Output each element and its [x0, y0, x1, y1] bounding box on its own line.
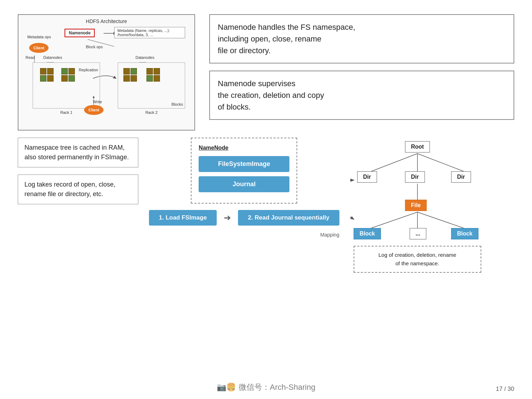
- namespace-cache-annotation: Namespace tree is cached in RAM,also sto…: [18, 138, 138, 167]
- metadata-ops-label: Metadata ops: [27, 35, 51, 39]
- block-cell: [131, 75, 137, 82]
- namenode-fs-text: Namenode handles the FS namespace,includ…: [209, 14, 514, 63]
- dots-node: ...: [410, 228, 426, 239]
- svg-line-13: [417, 212, 464, 228]
- journal-box: Journal: [199, 176, 289, 192]
- file-node: File: [405, 200, 427, 211]
- watermark-text: 微信号：Arch-Sharing: [239, 382, 315, 393]
- svg-line-7: [371, 154, 417, 171]
- block-cell: [47, 75, 54, 82]
- metadata-path: /home/foo/data, 3, ...: [117, 33, 153, 37]
- dn-label-left: Datanodes: [43, 55, 62, 60]
- namenode-fs-text-content: Namenode handles the FS namespace,includ…: [218, 23, 355, 55]
- namespace-cache-text: Namespace tree is cached in RAM,also sto…: [24, 144, 129, 161]
- namenode-supervises-text: Namenode supervisesthe creation, deletio…: [209, 71, 514, 120]
- block-cell: [146, 68, 153, 74]
- metadata-label: Metadata (Name, replicas, ...):: [117, 28, 170, 33]
- block-cell: [68, 75, 75, 82]
- block-group-3: [123, 68, 137, 82]
- block1-node: Block: [354, 228, 381, 239]
- blocks-label: Blocks: [172, 102, 183, 106]
- replication-label: Replication: [79, 68, 98, 72]
- block-group-1: [40, 68, 54, 82]
- middle-section: Namespace tree is cached in RAM,also sto…: [0, 138, 532, 272]
- block-cell: [47, 68, 54, 74]
- root-node: Root: [405, 141, 430, 153]
- read-label: Read: [26, 55, 35, 60]
- client-oval-bottom: Client: [84, 105, 104, 115]
- svg-line-9: [417, 154, 464, 171]
- log-box-text: Log of creation, deletion, renameof the …: [378, 252, 456, 266]
- namenode-area: NameNode FileSystemImage Journal 1. Load…: [149, 138, 339, 272]
- log-record-text: Log takes record of open, close,rename f…: [24, 181, 115, 198]
- mapping-label: Mapping: [320, 232, 339, 238]
- block-cell: [131, 68, 137, 74]
- metadata-box: Metadata (Name, replicas, ...): /home/fo…: [114, 27, 185, 38]
- block-cell: [68, 68, 75, 74]
- dir1-node: Dir: [357, 171, 377, 183]
- bottom-buttons: 1. Load FSImage ➔ 2. Read Journal sequen…: [149, 210, 339, 226]
- rack1-label: Rack 1: [60, 110, 72, 115]
- client-oval-top: Client: [29, 43, 49, 53]
- hdfs-title: HDFS Architecture: [22, 18, 191, 24]
- log-box: Log of creation, deletion, renameof the …: [354, 246, 481, 273]
- read-journal-button[interactable]: 2. Read Journal sequentially: [238, 210, 339, 226]
- svg-line-11: [371, 212, 417, 228]
- block-ops-label: Block ops: [86, 45, 103, 49]
- block-cell: [61, 68, 68, 74]
- block-cell: [154, 75, 160, 82]
- svg-line-15: [350, 203, 354, 219]
- block-cell: [154, 68, 160, 74]
- block-cell: [146, 75, 153, 82]
- block-cell: [123, 75, 130, 82]
- top-section: HDFS Architecture: [0, 0, 532, 138]
- block-group-4: [146, 68, 160, 82]
- write-label: Write: [93, 100, 102, 104]
- block-cell: [40, 68, 46, 74]
- watermark-icon: 📷🍔: [217, 383, 236, 392]
- watermark: 📷🍔 微信号：Arch-Sharing: [217, 382, 315, 393]
- namenode-box: Namenode: [65, 29, 95, 37]
- dn-label-right: Datanodes: [135, 55, 154, 60]
- rack2-box: Blocks Rack 2: [118, 62, 185, 109]
- block-cell: [123, 68, 130, 74]
- annotation-boxes: Namespace tree is cached in RAM,also sto…: [18, 138, 138, 272]
- hdfs-diagram: HDFS Architecture: [18, 14, 195, 131]
- tree-area: Root Dir Dir Dir File Block ... Block Lo…: [350, 138, 514, 272]
- dir2-node: Dir: [405, 171, 425, 183]
- namenode-diagram: NameNode FileSystemImage Journal: [191, 138, 297, 204]
- block2-node: Block: [451, 228, 479, 239]
- rack2-label: Rack 2: [145, 110, 157, 115]
- dir3-node: Dir: [451, 171, 471, 183]
- load-fsimage-button[interactable]: 1. Load FSImage: [149, 210, 217, 226]
- hdfs-inner: Namenode Metadata (Name, replicas, ...):…: [22, 27, 191, 126]
- page-number: 17 / 30: [496, 386, 514, 393]
- fs-image-box: FileSystemImage: [199, 156, 289, 172]
- text-boxes: Namenode handles the FS namespace,includ…: [209, 14, 514, 131]
- block-cell: [61, 75, 68, 82]
- namenode-supervises-content: Namenode supervisesthe creation, deletio…: [218, 79, 324, 111]
- namenode-diagram-title: NameNode: [199, 145, 289, 151]
- arrow-right-icon: ➔: [224, 213, 231, 223]
- block-cell: [40, 75, 46, 82]
- log-record-annotation: Log takes record of open, close,rename f…: [18, 174, 138, 204]
- block-group-2: [61, 68, 75, 82]
